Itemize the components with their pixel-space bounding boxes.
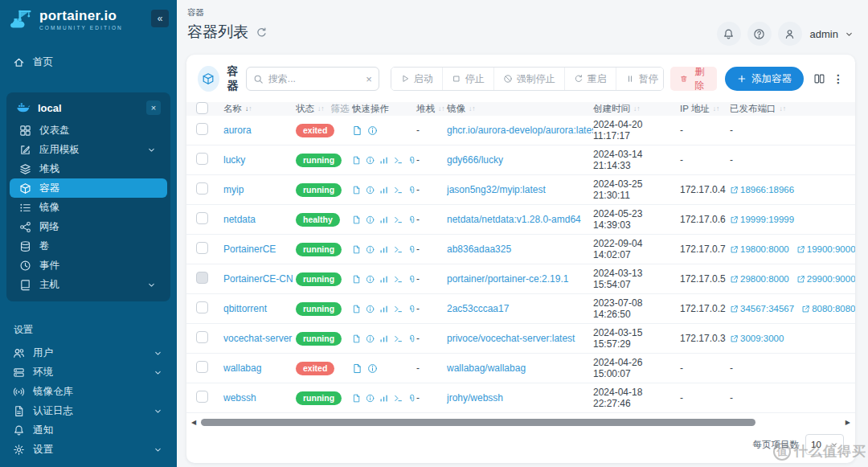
sidebar-item-volumes[interactable]: 卷	[10, 236, 167, 256]
row-checkbox[interactable]	[196, 212, 208, 224]
attach-icon[interactable]	[407, 215, 416, 225]
scroll-left-icon[interactable]: ◀	[191, 420, 196, 426]
console-icon[interactable]	[394, 304, 403, 314]
image-link[interactable]: portainer/portainer-ce:2.19.1	[447, 273, 593, 285]
container-name-link[interactable]: wallabag	[223, 363, 296, 374]
select-all-checkbox[interactable]	[196, 102, 208, 114]
column-header-image[interactable]: 镜像↓↑	[447, 103, 593, 115]
container-name-link[interactable]: lucky	[223, 154, 296, 166]
container-name-link[interactable]: netdata	[223, 214, 296, 225]
logs-icon[interactable]	[352, 244, 361, 255]
attach-icon[interactable]	[407, 334, 416, 344]
inspect-icon[interactable]	[366, 244, 375, 255]
inspect-icon[interactable]	[366, 185, 375, 195]
image-link[interactable]: jason5ng32/myip:latest	[447, 184, 593, 195]
pause-button[interactable]: 暂停	[616, 68, 664, 90]
row-checkbox[interactable]	[196, 331, 208, 343]
row-checkbox[interactable]	[196, 391, 208, 403]
console-icon[interactable]	[394, 244, 403, 255]
sidebar-item-events[interactable]: 事件	[10, 256, 167, 275]
image-link[interactable]: ab836adaa325	[447, 244, 593, 255]
stats-icon[interactable]	[379, 304, 388, 314]
port-link[interactable]: 3009:3000	[730, 334, 784, 343]
row-checkbox[interactable]	[196, 123, 208, 135]
port-link[interactable]: 19800:8000	[730, 244, 789, 254]
attach-icon[interactable]	[407, 185, 416, 195]
search-input[interactable]	[268, 73, 361, 84]
inspect-icon[interactable]	[366, 215, 375, 225]
attach-icon[interactable]	[407, 274, 416, 285]
sidebar-item-notifications[interactable]: 通知	[0, 420, 177, 440]
image-link[interactable]: wallabag/wallabag	[447, 363, 593, 374]
port-link[interactable]: 29800:8000	[730, 274, 789, 284]
stats-icon[interactable]	[379, 244, 388, 255]
console-icon[interactable]	[394, 215, 403, 225]
sidebar-item-auth-logs[interactable]: 认证日志	[0, 401, 177, 420]
port-link[interactable]: 8080:8080	[801, 304, 855, 313]
sidebar-item-registries[interactable]: 镜像仓库	[0, 382, 177, 401]
sidebar-item-host[interactable]: 主机	[10, 275, 167, 294]
sidebar-item-environments[interactable]: 环境	[0, 363, 177, 382]
console-icon[interactable]	[394, 185, 403, 195]
logs-icon[interactable]	[352, 125, 362, 136]
row-checkbox[interactable]	[196, 301, 208, 313]
sidebar-item-dashboard[interactable]: 仪表盘	[10, 121, 167, 140]
row-checkbox[interactable]	[196, 272, 208, 284]
logs-icon[interactable]	[352, 304, 361, 314]
row-checkbox[interactable]	[196, 182, 208, 195]
image-link[interactable]: jrohy/webssh	[447, 392, 593, 404]
image-link[interactable]: 2ac53cccaa17	[447, 303, 593, 314]
help-button[interactable]	[747, 22, 772, 46]
container-name-link[interactable]: aurora	[223, 125, 296, 136]
scrollbar-thumb[interactable]	[201, 419, 755, 426]
kebab-menu-icon[interactable]: ⋮	[833, 73, 844, 84]
logs-icon[interactable]	[352, 274, 361, 285]
attach-icon[interactable]	[407, 244, 416, 255]
row-checkbox[interactable]	[196, 361, 208, 373]
row-checkbox[interactable]	[196, 153, 208, 165]
start-button[interactable]: 启动	[391, 68, 442, 90]
inspect-icon[interactable]	[366, 393, 375, 404]
attach-icon[interactable]	[407, 304, 416, 314]
close-environment-button[interactable]: ×	[146, 100, 161, 115]
per-page-select[interactable]: 10	[805, 434, 844, 455]
inspect-icon[interactable]	[366, 304, 375, 314]
sidebar-item-images[interactable]: 镜像	[10, 198, 167, 217]
logs-icon[interactable]	[352, 215, 361, 225]
port-link[interactable]: 18966:18966	[730, 185, 794, 195]
stop-button[interactable]: 停止	[442, 68, 493, 90]
stats-icon[interactable]	[379, 274, 388, 285]
port-link[interactable]: 29900:9000	[796, 274, 855, 284]
stats-icon[interactable]	[379, 334, 388, 344]
logs-icon[interactable]	[352, 185, 361, 195]
container-name-link[interactable]: PortainerCE	[223, 244, 296, 255]
container-name-link[interactable]: vocechat-server	[223, 333, 296, 344]
port-link[interactable]: 19999:19999	[730, 215, 794, 224]
logs-icon[interactable]	[352, 334, 361, 344]
column-header-ports[interactable]: 已发布端口↓↑	[730, 103, 855, 115]
inspect-icon[interactable]	[367, 125, 378, 136]
column-header-stack[interactable]: 堆栈↓↑	[416, 103, 447, 115]
attach-icon[interactable]	[407, 155, 416, 166]
chevron-down-icon[interactable]	[845, 30, 854, 39]
notifications-button[interactable]	[717, 22, 741, 46]
stats-icon[interactable]	[379, 185, 388, 195]
logs-icon[interactable]	[352, 363, 362, 374]
image-link[interactable]: netdata/netdata:v1.28.0-amd64	[447, 214, 593, 225]
inspect-icon[interactable]	[367, 363, 378, 374]
sidebar-item-networks[interactable]: 网络	[10, 217, 167, 236]
sidebar-item-containers[interactable]: 容器	[10, 178, 167, 198]
inspect-icon[interactable]	[366, 334, 375, 344]
refresh-icon[interactable]	[256, 27, 268, 39]
port-link[interactable]: 19900:9000	[796, 244, 855, 254]
column-header-name[interactable]: 名称↓↑	[223, 103, 296, 115]
attach-icon[interactable]	[407, 393, 416, 404]
image-link[interactable]: ghcr.io/aurora-develop/aurora:latest	[447, 125, 593, 136]
console-icon[interactable]	[394, 274, 403, 285]
sidebar-item-app-templates[interactable]: 应用模板	[10, 140, 167, 159]
container-name-link[interactable]: qbittorrent	[223, 303, 296, 314]
logs-icon[interactable]	[352, 155, 361, 166]
sidebar-collapse-button[interactable]: «	[151, 10, 169, 27]
container-name-link[interactable]: webssh	[223, 392, 296, 404]
user-avatar[interactable]	[778, 22, 802, 46]
